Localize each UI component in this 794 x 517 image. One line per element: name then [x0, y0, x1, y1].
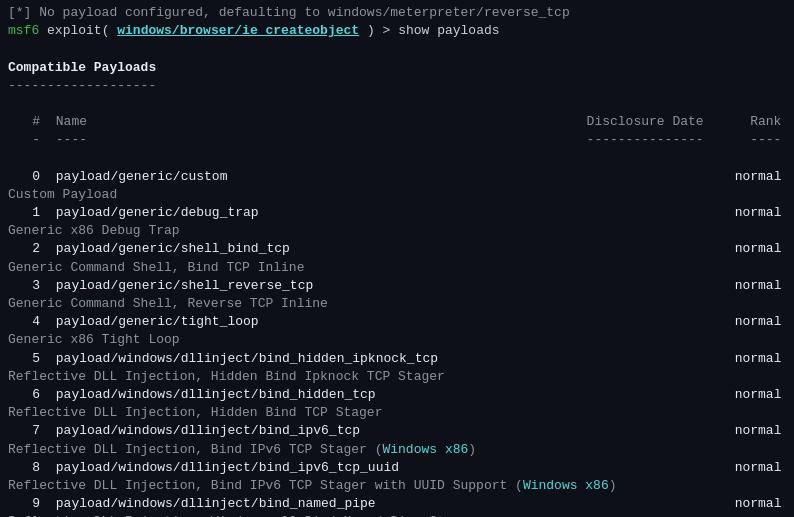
payload-desc-6: Reflective DLL Injection, Hidden Bind TC… [8, 404, 786, 422]
payload-num-4: 4 [8, 313, 48, 331]
module-link[interactable]: windows/browser/ie_createobject [117, 23, 359, 38]
line-2: msf6 exploit( windows/browser/ie_createo… [8, 22, 786, 40]
payload-desc-5: Reflective DLL Injection, Hidden Bind Ip… [8, 368, 786, 386]
payload-rank-5: normal [711, 350, 781, 368]
payload-num-1: 1 [8, 204, 48, 222]
payload-row-2: 2 payload/generic/shell_bind_tcp normal … [8, 240, 786, 276]
payload-num-6: 6 [8, 386, 48, 404]
payload-rank-4: normal [711, 313, 781, 331]
payload-row-8: 8 payload/windows/dllinject/bind_ipv6_tc… [8, 459, 786, 495]
payload-row-3: 3 payload/generic/shell_reverse_tcp norm… [8, 277, 786, 313]
line-1: [*] No payload configured, defaulting to… [8, 4, 786, 22]
payload-row-4: 4 payload/generic/tight_loop normal No G… [8, 313, 786, 349]
heading-divider: ------------------- [8, 77, 786, 95]
msf6-label: msf6 [8, 23, 39, 38]
col-name: Name [56, 113, 536, 131]
payload-rank-3: normal [711, 277, 781, 295]
no-payload-msg: [*] No payload configured, defaulting to… [8, 5, 570, 20]
windows-x86-highlight-2: Windows x86 [523, 478, 609, 493]
payload-name-3: payload/generic/shell_reverse_tcp [56, 277, 536, 295]
compatible-heading: Compatible Payloads [8, 59, 786, 77]
col-num: # [8, 113, 48, 131]
payload-desc-3: Generic Command Shell, Reverse TCP Inlin… [8, 295, 786, 313]
payload-name-0: payload/generic/custom [56, 168, 536, 186]
payload-rank-7: normal [711, 422, 781, 440]
payload-desc-7: Reflective DLL Injection, Bind IPv6 TCP … [8, 441, 786, 459]
payload-name-9: payload/windows/dllinject/bind_named_pip… [56, 495, 536, 513]
payload-name-8: payload/windows/dllinject/bind_ipv6_tcp_… [56, 459, 536, 477]
payload-num-5: 5 [8, 350, 48, 368]
payload-row-0: 0 payload/generic/custom normal No Custo… [8, 168, 786, 204]
payload-row-9: 9 payload/windows/dllinject/bind_named_p… [8, 495, 786, 517]
payload-row-5: 5 payload/windows/dllinject/bind_hidden_… [8, 350, 786, 386]
payload-desc-8: Reflective DLL Injection, Bind IPv6 TCP … [8, 477, 786, 495]
payload-desc-0: Custom Payload [8, 186, 786, 204]
payload-rank-8: normal [711, 459, 781, 477]
payload-desc-2: Generic Command Shell, Bind TCP Inline [8, 259, 786, 277]
payload-name-4: payload/generic/tight_loop [56, 313, 536, 331]
payload-name-7: payload/windows/dllinject/bind_ipv6_tcp [56, 422, 536, 440]
payload-desc-1: Generic x86 Debug Trap [8, 222, 786, 240]
payload-num-7: 7 [8, 422, 48, 440]
payload-num-9: 9 [8, 495, 48, 513]
payload-rank-9: normal [711, 495, 781, 513]
payload-row-1: 1 payload/generic/debug_trap normal No G… [8, 204, 786, 240]
blank-1 [8, 40, 786, 58]
payload-num-3: 3 [8, 277, 48, 295]
terminal: [*] No payload configured, defaulting to… [0, 0, 794, 517]
payload-name-2: payload/generic/shell_bind_tcp [56, 240, 536, 258]
payload-row-7: 7 payload/windows/dllinject/bind_ipv6_tc… [8, 422, 786, 458]
payload-row-6: 6 payload/windows/dllinject/bind_hidden_… [8, 386, 786, 422]
payload-num-8: 8 [8, 459, 48, 477]
payload-desc-9: Reflective DLL Injection, Windows x86 Bi… [8, 513, 786, 517]
payload-rank-6: normal [711, 386, 781, 404]
col-rank: Rank [711, 113, 781, 131]
payload-name-1: payload/generic/debug_trap [56, 204, 536, 222]
payload-name-6: payload/windows/dllinject/bind_hidden_tc… [56, 386, 536, 404]
col-header-sep: - ---- --------------- ---- ----- [8, 131, 786, 149]
payload-num-2: 2 [8, 240, 48, 258]
col-disc: Disclosure Date [544, 113, 704, 131]
payload-rank-1: normal [711, 204, 781, 222]
blank-2 [8, 95, 786, 113]
payload-num-0: 0 [8, 168, 48, 186]
payload-rank-0: normal [711, 168, 781, 186]
windows-x86-highlight: Windows x86 [382, 442, 468, 457]
payload-rank-2: normal [711, 240, 781, 258]
blank-3 [8, 150, 786, 168]
payload-name-5: payload/windows/dllinject/bind_hidden_ip… [56, 350, 536, 368]
payload-desc-4: Generic x86 Tight Loop [8, 331, 786, 349]
col-headers: # Name Disclosure Date Rank Check [8, 113, 786, 131]
